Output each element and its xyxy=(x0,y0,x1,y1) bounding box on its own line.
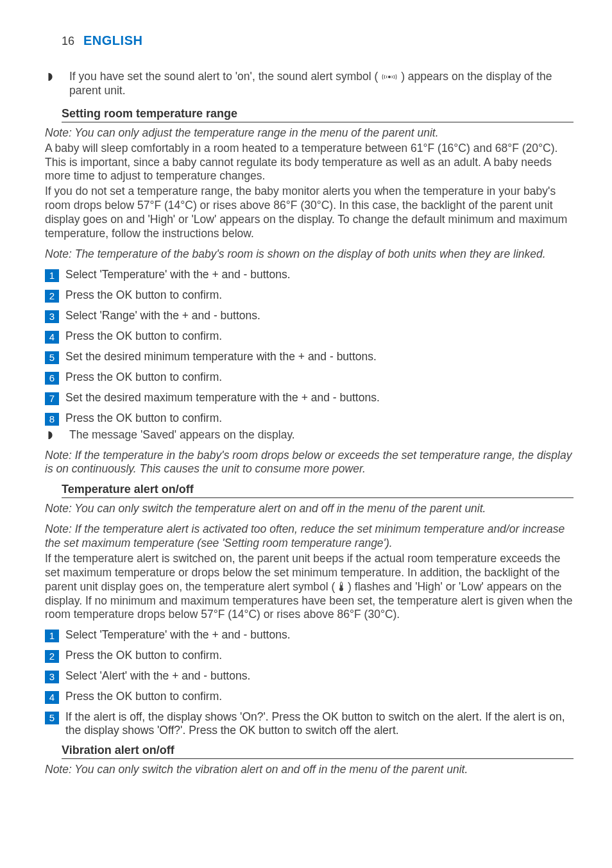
step-text: Set the desired maximum temperature with… xyxy=(65,391,574,405)
step-number: 8 xyxy=(45,413,59,426)
step-row: 3Select 'Alert' with the + and - buttons… xyxy=(45,669,574,683)
step-text: If the alert is off, the display shows '… xyxy=(65,710,574,737)
step-number: 2 xyxy=(45,650,59,663)
section-heading-vibration: Vibration alert on/off xyxy=(62,744,574,759)
section-heading-temp-alert: Temperature alert on/off xyxy=(62,483,574,498)
step-text: Select 'Temperature' with the + and - bu… xyxy=(65,268,574,281)
step-row: 8Press the OK button to confirm. xyxy=(45,412,574,426)
step-text: Press the OK button to confirm. xyxy=(65,288,574,302)
step-row: 3Select 'Range' with the + and - buttons… xyxy=(45,309,574,323)
section1-para1: A baby will sleep comfortably in a room … xyxy=(45,142,574,184)
step-row: 5If the alert is off, the display shows … xyxy=(45,710,574,737)
section1-note1: Note: You can only adjust the temperatur… xyxy=(45,126,574,140)
svg-point-0 xyxy=(388,76,391,78)
intro-text-pre: If you have set the sound alert to 'on',… xyxy=(69,70,378,83)
step-row: 2Press the OK button to confirm. xyxy=(45,288,574,303)
page-number: 16 xyxy=(62,35,74,48)
step-row: 1Select 'Temperature' with the + and - b… xyxy=(45,268,574,282)
bullet-icon: ◗ xyxy=(47,428,69,442)
section2-note1: Note: You can only switch the temperatur… xyxy=(45,502,574,516)
step-number: 3 xyxy=(45,671,59,683)
section-heading-temp-range: Setting room temperature range xyxy=(62,107,574,122)
section3-note1: Note: You can only switch the vibration … xyxy=(45,763,574,777)
step-number: 1 xyxy=(45,269,59,282)
step-row: 7Set the desired maximum temperature wit… xyxy=(45,391,574,405)
step-text: Select 'Range' with the + and - buttons. xyxy=(65,309,574,322)
section1-note3: Note: If the temperature in the baby's r… xyxy=(45,449,574,477)
step-number: 1 xyxy=(45,630,59,642)
step-number: 6 xyxy=(45,372,59,385)
thermometer-icon xyxy=(338,580,348,593)
step-row: 2Press the OK button to confirm. xyxy=(45,649,574,663)
step-number: 5 xyxy=(45,712,59,724)
step-row: 4Press the OK button to confirm. xyxy=(45,690,574,704)
intro-bullet: ◗ If you have set the sound alert to 'on… xyxy=(47,70,574,98)
page-header: 16 ENGLISH xyxy=(62,33,574,48)
language-title: ENGLISH xyxy=(83,33,142,48)
section2-para1: If the temperature alert is switched on,… xyxy=(45,552,574,622)
section1-para2: If you do not set a temperature range, t… xyxy=(45,185,574,241)
step-number: 7 xyxy=(45,392,59,405)
section1-after-bullet-text: The message 'Saved' appears on the displ… xyxy=(69,428,295,442)
step-text: Press the OK button to confirm. xyxy=(65,649,574,662)
section1-note2: Note: The temperature of the baby's room… xyxy=(45,247,574,262)
manual-page: 16 ENGLISH ◗ If you have set the sound a… xyxy=(0,0,612,868)
section2-steps: 1Select 'Temperature' with the + and - b… xyxy=(45,628,574,737)
sound-alert-icon xyxy=(381,70,401,83)
step-text: Press the OK button to confirm. xyxy=(65,412,574,425)
step-row: 4Press the OK button to confirm. xyxy=(45,330,574,344)
intro-text: If you have set the sound alert to 'on',… xyxy=(69,70,574,98)
step-row: 6Press the OK button to confirm. xyxy=(45,371,574,385)
step-text: Press the OK button to confirm. xyxy=(65,690,574,703)
section2-note2: Note: If the temperature alert is activa… xyxy=(45,522,574,551)
step-text: Press the OK button to confirm. xyxy=(65,330,574,343)
step-row: 5Set the desired minimum temperature wit… xyxy=(45,350,574,364)
step-number: 5 xyxy=(45,351,59,364)
step-text: Press the OK button to confirm. xyxy=(65,371,574,384)
bullet-icon: ◗ xyxy=(47,70,69,98)
step-text: Select 'Alert' with the + and - buttons. xyxy=(65,669,574,683)
step-number: 2 xyxy=(45,290,59,303)
step-row: 1Select 'Temperature' with the + and - b… xyxy=(45,628,574,642)
step-text: Set the desired minimum temperature with… xyxy=(65,350,574,363)
section1-after-bullet: ◗ The message 'Saved' appears on the dis… xyxy=(47,428,574,442)
step-text: Select 'Temperature' with the + and - bu… xyxy=(65,628,574,642)
step-number: 4 xyxy=(45,331,59,344)
step-number: 4 xyxy=(45,691,59,704)
step-number: 3 xyxy=(45,310,59,323)
section1-steps: 1Select 'Temperature' with the + and - b… xyxy=(45,268,574,426)
